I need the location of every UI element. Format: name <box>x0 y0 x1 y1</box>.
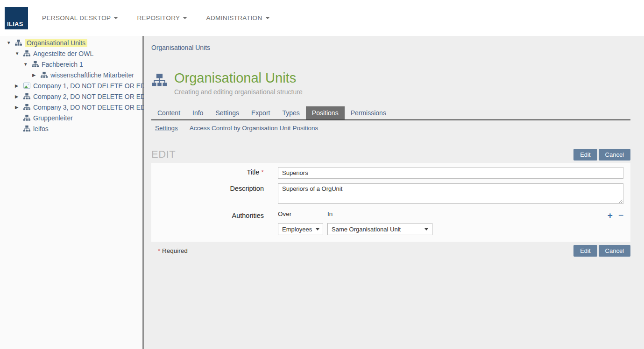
menu-administration-label: ADMINISTRATION <box>206 14 262 21</box>
form-toolbar-top: Edit Cancel <box>573 149 630 161</box>
tab-types[interactable]: Types <box>276 106 305 119</box>
subtab-access-control[interactable]: Access Control by Organisation Unit Posi… <box>190 125 318 132</box>
chevron-down-icon <box>425 228 428 230</box>
page-title: Organisational Units <box>174 70 303 86</box>
tree-item-wissenschaftliche-mitarbeiter[interactable]: wissenschaftliche Mitarbeiter <box>50 71 134 79</box>
form-footer: * Required Edit Cancel <box>151 245 630 257</box>
description-textarea[interactable]: Superiors of a OrgUnit <box>278 183 623 204</box>
orgunit-icon <box>152 73 167 87</box>
collapse-arrow-icon[interactable]: ▼ <box>23 62 32 67</box>
title-input[interactable] <box>278 167 623 179</box>
expand-arrow-icon[interactable]: ▶ <box>15 83 23 88</box>
menu-administration[interactable]: ADMINISTRATION <box>206 14 269 21</box>
edit-button[interactable]: Edit <box>573 245 597 257</box>
description-label: Description <box>151 183 278 206</box>
tree-item-fachbereich-1[interactable]: Fachbereich 1 <box>42 61 83 68</box>
over-select-value: Employees <box>282 226 312 233</box>
title-label: Title * <box>151 167 278 179</box>
expand-arrow-icon[interactable]: ▶ <box>32 72 41 77</box>
tree-item-organisational-units[interactable]: Organisational Units <box>25 39 87 47</box>
ilias-logo-label: ILIAS <box>7 21 23 28</box>
tree-item-company-2[interactable]: Company 2, DO NOT DELETE OR EDIT!!! <box>33 93 156 100</box>
over-label: Over <box>278 210 323 217</box>
orgunit-icon <box>23 93 31 100</box>
tree-item: ▶ Company 2, DO NOT DELETE OR EDIT!!! <box>0 91 142 102</box>
tree-item-gruppenleiter[interactable]: Gruppenleiter <box>33 114 73 122</box>
orgunit-icon <box>41 71 48 79</box>
tree-item-leifos[interactable]: leifos <box>33 125 49 133</box>
orgunit-icon <box>15 39 22 47</box>
menu-personal-desktop[interactable]: PERSONAL DESKTOP <box>42 14 118 21</box>
menu-repository[interactable]: REPOSITORY <box>137 14 187 21</box>
tab-permissions[interactable]: Permissions <box>345 106 392 119</box>
in-label: In <box>327 210 432 217</box>
picture-icon <box>23 82 31 90</box>
required-note-text: Required <box>162 247 188 254</box>
remove-authority-icon[interactable]: − <box>618 211 623 220</box>
tree-item-company-3[interactable]: Company 3, DO NOT DELETE OR EDIT!!! <box>33 104 156 111</box>
edit-section-header: EDIT Edit Cancel <box>151 148 630 161</box>
tab-info[interactable]: Info <box>186 106 209 119</box>
chevron-down-icon <box>114 17 118 19</box>
add-authority-icon[interactable]: + <box>608 211 613 220</box>
subtab-bar: Settings Access Control by Organisation … <box>151 120 630 135</box>
edit-section-title: EDIT <box>151 148 176 161</box>
edit-button[interactable]: Edit <box>573 149 597 161</box>
cancel-button[interactable]: Cancel <box>599 149 630 161</box>
page-subtitle: Creating and editing organisational stru… <box>174 88 303 96</box>
tree-item: ▼ Angestellte der OWL <box>0 48 142 59</box>
breadcrumb-link-organisational-units[interactable]: Organisational Units <box>151 44 210 51</box>
orgunit-icon <box>23 104 31 111</box>
tab-export[interactable]: Export <box>245 106 276 119</box>
tree-item-angestellte-der-owl[interactable]: Angestellte der OWL <box>33 50 93 57</box>
required-note: * Required <box>151 245 188 254</box>
tree-item: ▼ Organisational Units <box>0 37 142 48</box>
in-select[interactable]: Same Organisational Unit <box>327 223 432 235</box>
orgunit-icon <box>32 61 39 68</box>
tab-settings[interactable]: Settings <box>209 106 245 119</box>
chevron-down-icon <box>316 228 319 230</box>
authorities-form-row: Authorities Over Employees <box>151 210 623 235</box>
title-form-row: Title * <box>151 167 623 179</box>
in-select-value: Same Organisational Unit <box>332 226 401 233</box>
edit-form: Title * Description Superiors of a OrgUn… <box>151 163 630 242</box>
menu-personal-desktop-label: PERSONAL DESKTOP <box>42 14 111 21</box>
chevron-down-icon <box>266 17 269 19</box>
expand-arrow-icon[interactable]: ▶ <box>15 94 23 99</box>
tree-item: ▶ leifos <box>0 123 142 134</box>
expand-arrow-icon[interactable]: ▶ <box>15 105 23 110</box>
tab-bar: Content Info Settings Export Types Posit… <box>151 106 630 120</box>
cancel-button[interactable]: Cancel <box>599 245 630 257</box>
description-form-row: Description Superiors of a OrgUnit <box>151 183 623 206</box>
menu-repository-label: REPOSITORY <box>137 14 180 21</box>
top-navigation-bar: ILIAS PERSONAL DESKTOP REPOSITORY ADMINI… <box>0 0 644 36</box>
tree-item: ▶ Company 1, DO NOT DELETE OR EDIT!!! <box>0 80 142 91</box>
authorities-label: Authorities <box>151 210 278 235</box>
collapse-arrow-icon[interactable]: ▼ <box>7 40 15 45</box>
tree-item: ▶ Company 3, DO NOT DELETE OR EDIT!!! <box>0 102 142 112</box>
main-content: Organisational Units Organisational Unit… <box>144 36 644 349</box>
required-asterisk: * <box>158 247 160 254</box>
tree-item: ▶ wissenschaftliche Mitarbeiter <box>0 70 142 80</box>
repository-tree-sidebar: ▼ Organisational Units ▼ Angestellte der… <box>0 36 144 349</box>
collapse-arrow-icon[interactable]: ▼ <box>15 51 23 56</box>
over-select[interactable]: Employees <box>278 223 323 235</box>
tree-item: ▶ Gruppenleiter <box>0 112 142 123</box>
orgunit-icon <box>23 114 31 122</box>
tree-item: ▼ Fachbereich 1 <box>0 59 142 70</box>
orgunit-icon <box>23 50 31 57</box>
page-header: Organisational Units Creating and editin… <box>151 70 630 96</box>
tree-item-company-1[interactable]: Company 1, DO NOT DELETE OR EDIT!!! <box>33 82 156 90</box>
required-asterisk: * <box>261 168 264 176</box>
breadcrumb: Organisational Units <box>151 36 630 51</box>
ilias-logo[interactable]: ILIAS <box>5 7 28 29</box>
top-menu: PERSONAL DESKTOP REPOSITORY ADMINISTRATI… <box>42 14 269 21</box>
form-toolbar-bottom: Edit Cancel <box>573 245 630 257</box>
chevron-down-icon <box>183 17 187 19</box>
tab-positions[interactable]: Positions <box>306 106 345 119</box>
orgunit-icon <box>23 125 31 133</box>
title-label-text: Title <box>247 168 259 176</box>
subtab-settings[interactable]: Settings <box>155 125 178 132</box>
tab-content[interactable]: Content <box>151 106 186 119</box>
